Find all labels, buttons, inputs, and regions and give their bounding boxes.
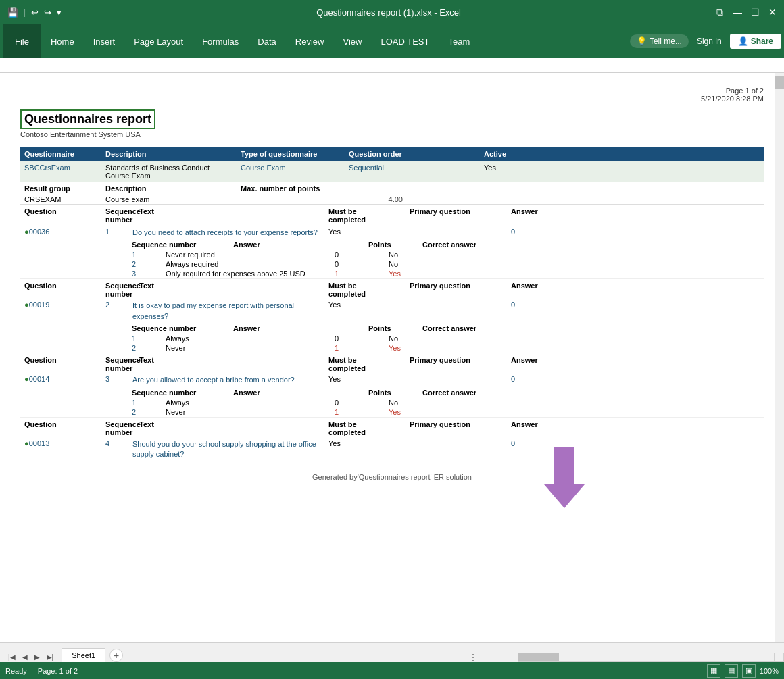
tab-home[interactable]: Home xyxy=(41,24,84,58)
tab-insert[interactable]: Insert xyxy=(84,24,125,58)
page-info: Page 1 of 2 5/21/2020 8:28 PM xyxy=(20,86,764,103)
spreadsheet-content: Page 1 of 2 5/21/2020 8:28 PM Questionna… xyxy=(0,73,784,642)
purple-arrow-icon xyxy=(541,447,588,508)
zoom-level: 100% xyxy=(760,667,779,675)
tab-file[interactable]: File xyxy=(3,24,41,58)
main-active: Yes xyxy=(484,164,552,180)
close-button[interactable]: ✕ xyxy=(766,6,779,18)
tab-view[interactable]: View xyxy=(333,24,371,58)
q3-must: Yes xyxy=(328,375,410,383)
q-col-question: Question xyxy=(24,207,105,224)
q3-answer: 0 xyxy=(511,375,565,383)
tab-review[interactable]: Review xyxy=(286,24,334,58)
status-page-info: Page: 1 of 2 xyxy=(38,667,78,675)
tell-me-text: Tell me... xyxy=(650,36,682,46)
q1-id: ●00036 xyxy=(24,228,105,236)
share-label: Share xyxy=(751,36,773,46)
q-col-seq: Sequence number xyxy=(105,207,126,224)
q2-must: Yes xyxy=(328,301,410,309)
footer-text: Generated by'Questionnaires report' ER s… xyxy=(20,468,764,486)
q3-id: ●00014 xyxy=(24,375,105,383)
title-bar-filename: Questionnaires report (1).xlsx - Excel xyxy=(64,7,714,18)
main-type: Course Exam xyxy=(241,164,349,180)
sheet-nav: |◀ ◀ ▶ ▶| xyxy=(5,652,56,662)
vertical-scrollbar[interactable] xyxy=(775,73,784,642)
page-number: Page 1 of 2 xyxy=(20,86,764,95)
description-sub-val: Course exam xyxy=(105,195,241,203)
maximize-button[interactable]: ☐ xyxy=(749,6,761,18)
q4-id: ●00013 xyxy=(24,439,105,447)
sheet-nav-next[interactable]: ▶ xyxy=(32,652,43,662)
header-active: Active xyxy=(484,150,552,158)
tab-page-layout[interactable]: Page Layout xyxy=(124,24,193,58)
undo-icon[interactable]: ↩ xyxy=(29,7,41,18)
scroll-divider: ⋮ xyxy=(469,653,477,662)
ribbon: File Home Insert Page Layout Formulas Da… xyxy=(0,24,784,58)
redo-icon[interactable]: ↪ xyxy=(42,7,53,18)
company-name: Contoso Entertainment System USA xyxy=(20,130,764,139)
header-type: Type of questionnaire xyxy=(241,150,349,158)
sub-values-row: CRSEXAM Course exam 4.00 xyxy=(20,195,764,204)
main-questionnaire: SBCCrsExam xyxy=(24,164,105,180)
q-col-must: Must becompleted xyxy=(328,207,410,224)
result-group-val: CRSEXAM xyxy=(24,195,105,203)
table-header: Questionnaire Description Type of questi… xyxy=(20,147,764,161)
q1-ans-header: Sequence number Answer Points Correct an… xyxy=(20,239,764,250)
formula-bar xyxy=(0,58,784,73)
q1-ans1: 1 Never required 0 No xyxy=(20,250,764,259)
q3-ans1: 1 Always 0 No xyxy=(20,398,764,407)
q1-seq: 1 xyxy=(105,228,126,236)
q2-ans1: 1 Always 0 No xyxy=(20,334,764,343)
q3-row: ●00014 3 Are you allowed to accept a bri… xyxy=(20,374,764,386)
tab-team[interactable]: Team xyxy=(439,24,479,58)
main-area: Page 1 of 2 5/21/2020 8:28 PM Questionna… xyxy=(0,73,784,642)
restore-button[interactable]: ⧉ xyxy=(714,6,726,18)
q2-ans2: 2 Never 1 Yes xyxy=(20,343,764,353)
title-bar-left: 💾 | ↩ ↪ ▾ xyxy=(5,7,64,18)
q3-ans2: 2 Never 1 Yes xyxy=(20,407,764,417)
q2-ans-header: Sequence number Answer Points Correct an… xyxy=(20,323,764,334)
sign-in-button[interactable]: Sign in xyxy=(691,34,727,49)
q1-ans3: 3 Only required for expenses above 25 US… xyxy=(20,269,764,278)
sheet-tab-sheet1[interactable]: Sheet1 xyxy=(62,648,105,662)
sheet-tabs-bar: |◀ ◀ ▶ ▶| Sheet1 + ⋮ xyxy=(0,642,784,662)
minimize-button[interactable]: — xyxy=(731,6,743,18)
q-col-primary: Primary question xyxy=(410,207,511,224)
footer-area: Generated by'Questionnaires report' ER s… xyxy=(20,468,764,486)
q-col-text: Text xyxy=(126,207,328,224)
q4-answer: 0 xyxy=(511,439,565,447)
normal-view-button[interactable]: ▦ xyxy=(707,664,720,678)
q4-col-header: Question Sequence number Text Must becom… xyxy=(20,417,764,438)
q2-col-header: Question Sequence number Text Must becom… xyxy=(20,278,764,299)
tab-load-test[interactable]: LOAD TEST xyxy=(371,24,439,58)
tab-data[interactable]: Data xyxy=(248,24,285,58)
q4-row: ●00013 4 Should you do your school suppl… xyxy=(20,438,764,461)
q3-col-header: Question Sequence number Text Must becom… xyxy=(20,353,764,374)
svg-marker-0 xyxy=(544,447,585,508)
question-col-header: Question Sequence number Text Must becom… xyxy=(20,204,764,226)
scroll-thumb-horizontal[interactable] xyxy=(518,653,559,661)
tab-formulas[interactable]: Formulas xyxy=(193,24,248,58)
q1-must: Yes xyxy=(328,228,410,236)
q3-ans-header: Sequence number Answer Points Correct an… xyxy=(20,387,764,398)
save-icon[interactable]: 💾 xyxy=(5,7,20,18)
q3-text: Are you allowed to accept a bribe from a… xyxy=(126,375,328,385)
scroll-thumb-vertical[interactable] xyxy=(775,76,784,89)
add-sheet-button[interactable]: + xyxy=(109,649,123,662)
q1-answer: 0 xyxy=(511,228,565,236)
page-break-preview-button[interactable]: ▣ xyxy=(742,664,756,678)
q2-seq: 2 xyxy=(105,301,126,309)
q1-row: ●00036 1 Do you need to attach receipts … xyxy=(20,226,764,239)
dropdown-icon[interactable]: ▾ xyxy=(55,7,64,18)
q3-seq: 3 xyxy=(105,375,126,383)
q1-ans2: 2 Always required 0 No xyxy=(20,259,764,269)
tell-me-box[interactable]: 💡 Tell me... xyxy=(630,34,689,48)
sheet-nav-prev[interactable]: ◀ xyxy=(20,652,30,662)
horizontal-scrollbar[interactable] xyxy=(518,653,775,662)
share-button[interactable]: 👤 Share xyxy=(730,34,781,49)
description-sub-label: Description xyxy=(105,184,241,193)
sheet-nav-first[interactable]: |◀ xyxy=(5,652,18,662)
ribbon-right: 💡 Tell me... Sign in 👤 Share xyxy=(630,34,781,49)
page-layout-view-button[interactable]: ▤ xyxy=(725,664,738,678)
sheet-nav-last[interactable]: ▶| xyxy=(44,652,57,662)
